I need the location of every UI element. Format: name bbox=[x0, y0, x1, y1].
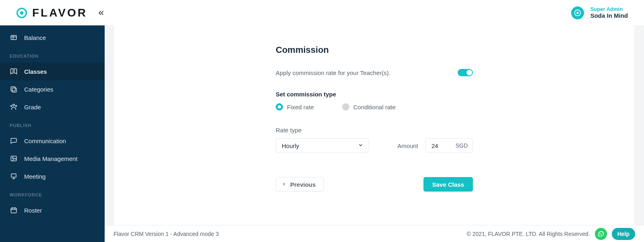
help-button[interactable]: Help bbox=[612, 228, 635, 240]
radio-label: Fixed rate bbox=[287, 104, 314, 111]
image-icon bbox=[10, 154, 18, 163]
user-menu[interactable]: Super Admin Soda In Mind bbox=[571, 6, 628, 20]
sidebar-item-meeting[interactable]: Meeting bbox=[0, 167, 105, 185]
calendar-icon bbox=[10, 206, 18, 214]
sidebar-item-label: Classes bbox=[24, 68, 47, 75]
radio-label: Conditional rate bbox=[353, 104, 396, 111]
sidebar-item-label: Balance bbox=[24, 34, 46, 41]
whatsapp-button[interactable] bbox=[595, 228, 607, 240]
svg-point-8 bbox=[11, 105, 12, 106]
toggle-knob bbox=[466, 70, 472, 75]
rate-type-label: Rate type bbox=[276, 127, 473, 134]
sidebar-item-label: Media Management bbox=[24, 155, 78, 162]
copyright-text: © 2021, FLAVOR PTE. LTD. All Rights Rese… bbox=[466, 231, 590, 237]
presentation-icon bbox=[10, 172, 18, 180]
amount-input-box: SGD bbox=[425, 138, 473, 153]
set-commission-type-label: Set commission type bbox=[276, 91, 473, 98]
footer: Flavor CRM Version 1 - Advanced mode 3 ©… bbox=[105, 225, 644, 242]
sidebar-item-grade[interactable]: Grade bbox=[0, 98, 105, 116]
sidebar: Balance EDUCATION Classes Categories bbox=[0, 25, 105, 242]
svg-point-11 bbox=[12, 157, 13, 159]
rate-type-row: Hourly Amount SGD bbox=[276, 138, 473, 153]
sidebar-item-label: Meeting bbox=[24, 173, 45, 180]
amount-label: Amount bbox=[397, 142, 418, 149]
radio-conditional-rate[interactable]: Conditional rate bbox=[342, 103, 396, 111]
radio-dot-off-icon bbox=[342, 103, 349, 111]
page-title: Commission bbox=[276, 45, 473, 55]
section-head-publish: PUBLISH bbox=[0, 116, 105, 132]
svg-rect-13 bbox=[11, 208, 17, 213]
brand-logo[interactable]: FLAVOR bbox=[16, 6, 87, 19]
amount-input[interactable] bbox=[431, 142, 447, 150]
chevron-double-left-icon bbox=[97, 9, 105, 17]
chat-icon bbox=[10, 137, 18, 145]
svg-point-7 bbox=[13, 104, 15, 106]
categories-icon bbox=[10, 85, 18, 93]
sidebar-item-categories[interactable]: Categories bbox=[0, 80, 105, 98]
sidebar-item-label: Grade bbox=[24, 104, 41, 111]
svg-rect-4 bbox=[11, 35, 17, 40]
grade-icon bbox=[10, 103, 18, 111]
chevron-down-icon bbox=[358, 143, 363, 149]
svg-rect-12 bbox=[11, 174, 16, 177]
sidebar-item-communication[interactable]: Communication bbox=[0, 132, 105, 150]
svg-point-1 bbox=[20, 11, 24, 15]
rate-type-select[interactable]: Hourly bbox=[276, 138, 369, 153]
form-card: Commission Apply commission rate for you… bbox=[114, 25, 634, 242]
save-class-button[interactable]: Save Class bbox=[423, 177, 473, 192]
logo-icon bbox=[16, 7, 27, 19]
brand-name: FLAVOR bbox=[32, 6, 87, 19]
svg-point-3 bbox=[576, 12, 579, 14]
currency-label: SGD bbox=[456, 142, 468, 149]
chevron-left-icon bbox=[282, 182, 286, 188]
description-text: Apply commission rate for your Teacher(s… bbox=[276, 69, 390, 76]
svg-point-9 bbox=[16, 105, 17, 106]
user-role: Super Admin bbox=[590, 6, 628, 13]
book-icon bbox=[10, 67, 18, 75]
amount-group: Amount SGD bbox=[397, 138, 473, 153]
form-button-row: Previous Save Class bbox=[276, 177, 473, 192]
radio-dot-selected-icon bbox=[276, 103, 283, 111]
balance-icon bbox=[10, 33, 18, 42]
sidebar-item-balance[interactable]: Balance bbox=[0, 29, 105, 46]
whatsapp-icon bbox=[598, 231, 604, 237]
topbar-left: FLAVOR bbox=[16, 6, 105, 19]
sidebar-item-classes[interactable]: Classes bbox=[0, 63, 105, 80]
sidebar-item-media-management[interactable]: Media Management bbox=[0, 150, 105, 167]
content: Commission Apply commission rate for you… bbox=[105, 25, 644, 242]
layout: Balance EDUCATION Classes Categories bbox=[0, 25, 644, 242]
commission-form: Commission Apply commission rate for you… bbox=[276, 45, 473, 192]
commission-toggle[interactable] bbox=[458, 69, 473, 76]
section-head-workforce: WORKFORCE bbox=[0, 185, 105, 201]
user-avatar bbox=[571, 6, 584, 19]
sidebar-item-roster[interactable]: Roster bbox=[0, 201, 105, 219]
radio-fixed-rate[interactable]: Fixed rate bbox=[276, 103, 314, 111]
rate-type-selected-value: Hourly bbox=[282, 142, 299, 149]
previous-button-label: Previous bbox=[290, 181, 316, 188]
footer-right: © 2021, FLAVOR PTE. LTD. All Rights Rese… bbox=[466, 228, 635, 240]
version-text: Flavor CRM Version 1 - Advanced mode 3 bbox=[114, 231, 219, 237]
sidebar-item-label: Categories bbox=[24, 86, 54, 93]
description-row: Apply commission rate for your Teacher(s… bbox=[276, 69, 473, 76]
user-name: Soda In Mind bbox=[590, 12, 628, 19]
previous-button[interactable]: Previous bbox=[276, 177, 324, 192]
commission-type-radio-group: Fixed rate Conditional rate bbox=[276, 103, 473, 111]
user-block: Super Admin Soda In Mind bbox=[590, 6, 628, 20]
section-head-education: EDUCATION bbox=[0, 46, 105, 63]
svg-rect-6 bbox=[12, 88, 17, 92]
sidebar-item-label: Roster bbox=[24, 207, 42, 214]
sidebar-item-label: Communication bbox=[24, 138, 66, 144]
topbar: FLAVOR Super Admin Soda In Mind bbox=[0, 0, 644, 25]
svg-rect-5 bbox=[11, 87, 15, 91]
sidebar-collapse-button[interactable] bbox=[97, 9, 105, 17]
